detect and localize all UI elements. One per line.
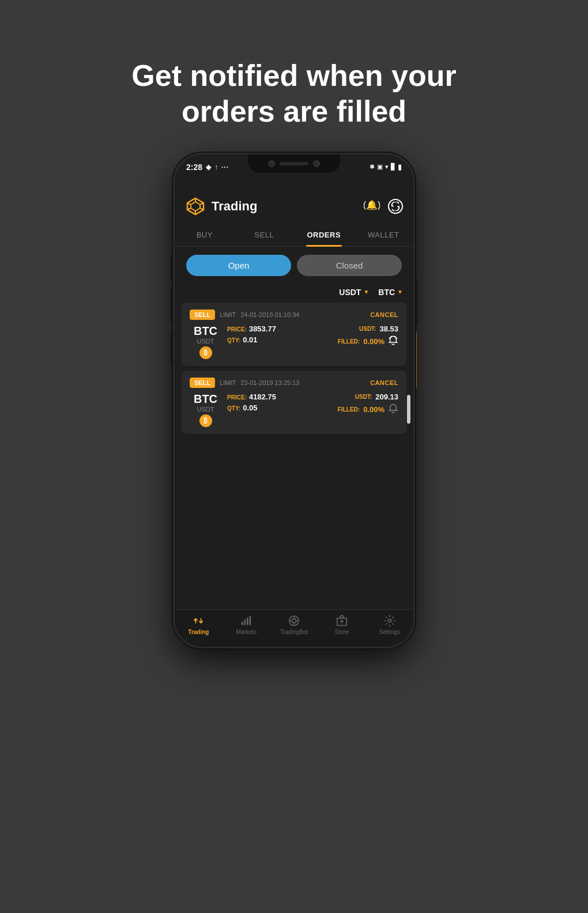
currency-filter-usdt[interactable]: USDT ▼: [339, 288, 369, 297]
refresh-icon[interactable]: [388, 199, 403, 214]
orders-list: SELL LIMIT 24-01-2019 01:10:34 CANCEL BT…: [175, 303, 413, 609]
svg-rect-12: [244, 620, 246, 625]
order-1-header: SELL LIMIT 24-01-2019 01:10:34 CANCEL: [190, 310, 398, 320]
order-2-main: BTC USDT ₿ PRICE: 4182.75 USDT:: [190, 393, 398, 427]
app-content: Trading (🔔): [175, 189, 413, 647]
order-1-usdt: USDT: 38.53: [316, 325, 399, 333]
svg-rect-14: [250, 616, 251, 625]
clock: 2:28: [186, 163, 202, 172]
order-2-base: BTC: [194, 393, 217, 406]
phone-frame: 2:28 ◈ ↑ ··· ✱ ▣ ▾ ▊ ▮: [173, 153, 415, 648]
btc-label: BTC: [378, 288, 395, 297]
tab-wallet[interactable]: WALLET: [354, 224, 414, 246]
order-1-bell-alert-icon[interactable]: [388, 335, 398, 348]
order-1-main: BTC USDT ₿ PRICE: 3853.77 USDT:: [190, 325, 398, 359]
currency-filter-btc[interactable]: BTC ▼: [378, 288, 403, 297]
scroll-indicator: [407, 395, 410, 424]
nav-item-settings[interactable]: Settings: [365, 614, 413, 635]
toggle-closed-button[interactable]: Closed: [297, 255, 402, 276]
tab-buy[interactable]: BUY: [175, 224, 235, 246]
order-2-btc-icon: ₿: [199, 414, 212, 427]
nav-label-trading: Trading: [188, 629, 209, 635]
store-icon: [336, 614, 348, 627]
phone-mockup: 2:28 ◈ ↑ ··· ✱ ▣ ▾ ▊ ▮: [173, 153, 415, 648]
order-1-pair: BTC USDT ₿: [190, 325, 221, 359]
order-1-type-info: SELL LIMIT 24-01-2019 01:10:34: [190, 310, 299, 320]
front-sensor: [313, 160, 320, 167]
svg-marker-1: [191, 202, 200, 211]
order-2-pair: BTC USDT ₿: [190, 393, 221, 427]
order-2-filled: FILLED: 0.00%: [316, 403, 399, 416]
app-header: Trading (🔔): [175, 189, 413, 224]
order-1-btc-icon: ₿: [199, 346, 212, 359]
btc-dropdown-arrow: ▼: [397, 289, 403, 295]
bottom-nav: Trading Markets: [175, 609, 413, 647]
trading-icon: [192, 614, 205, 627]
vibrate-icon: ▣: [377, 163, 383, 171]
toggle-row: Open Closed: [175, 247, 413, 284]
order-1-details: PRICE: 3853.77 USDT: 38.53 QTY: 0.01: [227, 325, 398, 348]
notification-icon: ◈: [206, 163, 211, 171]
nav-item-tradingbot[interactable]: TradingBot: [270, 614, 318, 635]
order-2-quote: USDT: [197, 406, 214, 413]
order-card-1: SELL LIMIT 24-01-2019 01:10:34 CANCEL BT…: [182, 303, 406, 366]
signal-icon: ▊: [391, 163, 395, 171]
usdt-dropdown-arrow: ▼: [363, 289, 369, 295]
notification-bell-icon[interactable]: (🔔): [364, 198, 380, 214]
notch-area: 2:28 ◈ ↑ ··· ✱ ▣ ▾ ▊ ▮: [175, 154, 413, 189]
tradingbot-icon: [288, 614, 300, 627]
header-left: Trading: [185, 196, 257, 217]
nav-label-tradingbot: TradingBot: [280, 629, 308, 635]
nav-item-markets[interactable]: Markets: [223, 614, 270, 635]
brand-logo-icon: [185, 196, 206, 217]
svg-point-16: [292, 618, 296, 622]
svg-point-18: [388, 619, 391, 622]
nav-item-trading[interactable]: Trading: [175, 614, 223, 635]
order-2-type-info: SELL LIMIT 23-01-2019 13:25:13: [190, 378, 299, 388]
order-1-date: 24-01-2019 01:10:34: [240, 311, 299, 318]
nav-label-store: Store: [335, 629, 349, 635]
order-2-details: PRICE: 4182.75 USDT: 209.13 QTY: 0.05: [227, 393, 398, 416]
order-card-2: SELL LIMIT 23-01-2019 13:25:13 CANCEL BT…: [182, 371, 406, 434]
order-2-bell-alert-icon[interactable]: [388, 403, 398, 416]
battery-icon: ▮: [398, 163, 402, 171]
order-2-order-type: LIMIT: [220, 379, 236, 386]
tab-sell[interactable]: SELL: [235, 224, 295, 246]
filter-row: USDT ▼ BTC ▼: [175, 284, 413, 303]
order-1-quote: USDT: [197, 338, 214, 345]
markets-icon: [240, 614, 252, 627]
tabs-row: BUY SELL ORDERS WALLET: [175, 224, 413, 247]
order-2-sell-badge: SELL: [190, 378, 215, 388]
headline-line2: orders are filled: [182, 95, 406, 128]
nav-item-store[interactable]: Store: [318, 614, 365, 635]
earpiece-speaker: [280, 162, 308, 165]
headline-line1: Get notified when your: [131, 59, 456, 92]
usdt-label: USDT: [339, 288, 361, 297]
order-2-price: PRICE: 4182.75: [227, 393, 310, 401]
wifi-icon: ▾: [385, 163, 389, 171]
settings-icon: [383, 614, 396, 627]
order-1-order-type: LIMIT: [220, 311, 236, 318]
order-2-cancel-button[interactable]: CANCEL: [370, 379, 398, 386]
order-2-usdt: USDT: 209.13: [316, 393, 399, 401]
nav-label-markets: Markets: [236, 629, 257, 635]
svg-text:(🔔): (🔔): [364, 199, 380, 210]
order-1-base: BTC: [194, 325, 217, 338]
toggle-open-button[interactable]: Open: [186, 255, 291, 276]
status-icons-right: ✱ ▣ ▾ ▊ ▮: [370, 163, 402, 171]
header-right: (🔔): [364, 198, 403, 214]
upload-icon: ↑: [214, 163, 218, 171]
order-1-price: PRICE: 3853.77: [227, 325, 310, 333]
tab-orders[interactable]: ORDERS: [294, 224, 354, 246]
order-2-header: SELL LIMIT 23-01-2019 13:25:13 CANCEL: [190, 378, 398, 388]
dots-icon: ···: [221, 163, 229, 171]
order-1-sell-badge: SELL: [190, 310, 215, 320]
order-1-cancel-button[interactable]: CANCEL: [370, 311, 398, 318]
order-2-date: 23-01-2019 13:25:13: [240, 379, 299, 386]
front-camera: [268, 160, 275, 167]
order-1-filled: FILLED: 0.00%: [316, 335, 399, 348]
bluetooth-icon: ✱: [370, 163, 375, 171]
order-1-qty: QTY: 0.01: [227, 335, 310, 348]
status-time-area: 2:28 ◈ ↑ ···: [186, 163, 229, 172]
power-button: [415, 280, 418, 326]
